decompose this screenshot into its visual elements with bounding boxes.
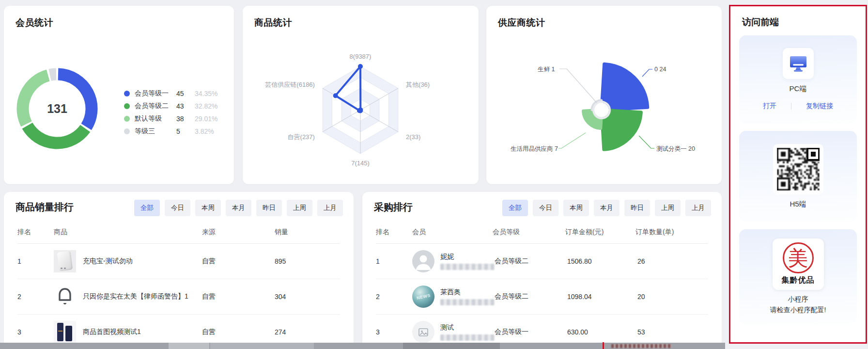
tab-last-week[interactable]: 上周 (287, 200, 312, 216)
miniprogram-card: 美 集黔优品 小程序 请检查小程序配置! (739, 229, 857, 324)
tab-all[interactable]: 全部 (134, 200, 160, 216)
product-name: 只因你是实在太美【律师函警告】1 (83, 292, 188, 301)
brand-name: 集黔优品 (782, 275, 815, 286)
member-name: 测试 (440, 323, 495, 332)
tab-last-month[interactable]: 上月 (317, 200, 343, 216)
legend-item: 会员等级一 45 34.35% (124, 87, 217, 100)
purchase-ranking-title: 采购排行 (374, 201, 413, 214)
redacted-phone (440, 264, 495, 270)
svg-text:自营(237): 自营(237) (288, 133, 315, 141)
svg-text:其他(36): 其他(36) (406, 81, 430, 88)
pc-access-card: PC端 打开 复制链接 (739, 35, 857, 124)
tab-this-month[interactable]: 本月 (226, 200, 251, 216)
open-pc-link[interactable]: 打开 (763, 102, 776, 111)
sales-table: 排名 商品 来源 销量 1 充电宝-测试勿动 自营 895 2 只因你是实在太美… (17, 221, 340, 349)
redacted-phone (440, 299, 495, 305)
annotation-tick (603, 342, 604, 349)
svg-text:8(9387): 8(9387) (350, 53, 372, 60)
svg-text:2(33): 2(33) (406, 133, 420, 141)
miniprogram-status: 小程序 请检查小程序配置! (770, 294, 826, 315)
divider (791, 103, 791, 110)
brand-logo: 美 集黔优品 (773, 238, 824, 290)
svg-text:7(145): 7(145) (351, 159, 370, 167)
legend-dot (124, 128, 130, 134)
frontend-access-title: 访问前端 (742, 16, 857, 29)
purchase-period-tabs: 全部 今日 本周 本月 昨日 上周 上月 (502, 200, 711, 216)
sales-ranking-panel: 商品销量排行 全部 今日 本周 本月 昨日 上周 上月 排名 商品 来源 销量 … (4, 192, 354, 349)
h5-label: H5端 (790, 200, 806, 209)
brand-seal-icon: 美 (783, 242, 814, 273)
product-image (54, 321, 76, 343)
annotation-smudge (611, 344, 672, 348)
table-row[interactable]: 2 只因你是实在太美【律师函警告】1 自营 304 (17, 279, 340, 315)
tab-this-month[interactable]: 本月 (594, 200, 620, 216)
legend-dot (124, 103, 130, 109)
member-stats-card: 会员统计 131 会员等级一 45 34.35% 会员等级二 43 32.82%… (4, 6, 234, 184)
product-stats-card: 商品统计 8(9387)其他(36)2(33)7(145)自营(237)芸信供应… (243, 6, 479, 184)
member-name: 莱西奥 (440, 288, 495, 297)
copy-link-button[interactable]: 复制链接 (806, 102, 833, 111)
sales-ranking-title: 商品销量排行 (16, 201, 74, 214)
product-name: 充电宝-测试勿动 (83, 257, 133, 266)
bell-icon (54, 286, 76, 308)
avatar: NEWS (412, 286, 434, 308)
avatar (412, 250, 434, 272)
purchase-table: 排名 会员 会员等级 订单金额(元) 订单数量(单) 1 妮妮 会员等级二 15… (376, 221, 708, 349)
member-donut-chart: 131 (9, 60, 106, 157)
supplier-stats-card: 供应商统计 0 24 测试分类一 20 生活用品供应商 7 生鲜 1 (486, 6, 722, 184)
tab-last-month[interactable]: 上月 (685, 200, 711, 216)
h5-access-card: H5端 (739, 131, 857, 222)
image-placeholder-icon (412, 321, 434, 343)
tab-all[interactable]: 全部 (502, 200, 528, 216)
pc-label: PC端 (790, 84, 807, 94)
table-row[interactable]: 1 充电宝-测试勿动 自营 895 (17, 244, 340, 279)
purchase-ranking-panel: 采购排行 全部 今日 本周 本月 昨日 上周 上月 排名 会员 会员等级 订单金… (362, 192, 722, 349)
svg-text:131: 131 (47, 102, 67, 115)
legend-dot (124, 91, 130, 96)
rose-label-testcat: 测试分类一 20 (656, 145, 695, 153)
rose-label-daily: 生活用品供应商 7 (500, 145, 558, 153)
member-stats-title: 会员统计 (16, 16, 53, 29)
product-name: 商品首图视频测试1 (83, 328, 141, 336)
sales-period-tabs: 全部 今日 本周 本月 昨日 上周 上月 (134, 200, 343, 216)
tab-this-week[interactable]: 本周 (195, 200, 221, 216)
tab-this-week[interactable]: 本周 (563, 200, 589, 216)
tab-today[interactable]: 今日 (533, 200, 558, 216)
legend-dot (124, 116, 130, 122)
member-legend: 会员等级一 45 34.35% 会员等级二 43 32.82% 默认等级 38 … (124, 87, 217, 138)
rose-label-0: 0 24 (654, 66, 666, 73)
purchase-table-header: 排名 会员 会员等级 订单金额(元) 订单数量(单) (376, 221, 708, 244)
member-name: 妮妮 (440, 253, 495, 261)
monitor-icon (783, 48, 814, 79)
h5-qr-code (773, 144, 823, 194)
tab-yesterday[interactable]: 昨日 (624, 200, 650, 216)
supplier-rose-chart (486, 6, 722, 184)
table-row[interactable]: 2 NEWS 莱西奥 会员等级二 1098.04 20 (376, 279, 708, 315)
product-image (54, 250, 76, 272)
tab-yesterday[interactable]: 昨日 (256, 200, 282, 216)
legend-item: 会员等级二 43 32.82% (124, 100, 217, 112)
annotation-red-box: 访问前端 PC端 打开 复制链接 (729, 5, 867, 344)
table-row[interactable]: 1 妮妮 会员等级二 1506.80 26 (376, 244, 708, 279)
legend-item: 默认等级 38 29.01% (124, 112, 217, 125)
svg-text:芸信供应链(6186): 芸信供应链(6186) (265, 81, 315, 88)
legend-item: 等级三 5 3.82% (124, 125, 217, 138)
frontend-access-panel: 访问前端 PC端 打开 复制链接 (730, 6, 866, 342)
sales-table-header: 排名 商品 来源 销量 (17, 221, 340, 244)
redacted-phone (440, 334, 495, 341)
rose-label-fresh: 生鲜 1 (538, 65, 555, 74)
product-radar-chart: 8(9387)其他(36)2(33)7(145)自营(237)芸信供应链(618… (243, 6, 479, 184)
tab-last-week[interactable]: 上周 (655, 200, 681, 216)
tab-today[interactable]: 今日 (165, 200, 190, 216)
